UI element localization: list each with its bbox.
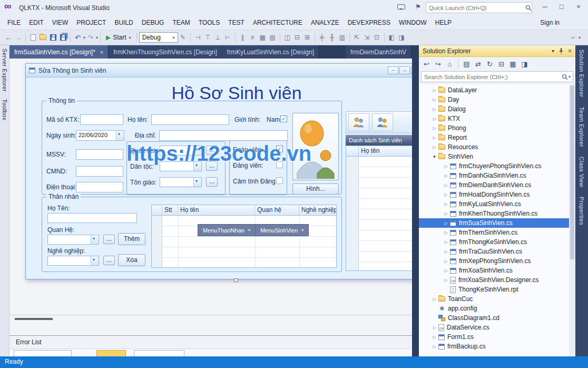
family-grid-body[interactable]: [152, 216, 336, 267]
add-student-button[interactable]: [372, 113, 393, 131]
expander-icon[interactable]: ▷: [430, 344, 438, 349]
navigate-back-icon[interactable]: ←: [3, 32, 13, 43]
browse-quan-he-button[interactable]: ...: [103, 235, 115, 244]
tree-item-ToanCuc[interactable]: ▷ToanCuc: [419, 294, 569, 304]
tree-scrollbar-thumb[interactable]: [570, 85, 574, 259]
them-button[interactable]: Thêm: [118, 233, 145, 245]
menu-analyze[interactable]: ANALYZE: [307, 19, 344, 26]
menu-file[interactable]: FILE: [3, 19, 25, 26]
form-minimize-button[interactable]: ─: [388, 66, 398, 74]
maximize-button[interactable]: □: [553, 0, 570, 14]
make-same-size-icon[interactable]: ▦: [258, 32, 268, 43]
combo-dropdown-icon[interactable]: [193, 178, 201, 187]
datepicker-dropdown-icon[interactable]: [116, 131, 124, 140]
expander-icon[interactable]: ▷: [430, 107, 438, 112]
search-options-icon[interactable]: ▾: [569, 74, 571, 79]
error-filter-dropdown[interactable]: [14, 350, 72, 356]
browse-dan-toc-button[interactable]: ...: [206, 161, 218, 171]
home-icon[interactable]: ⌂: [444, 60, 455, 68]
browse-nghe-nghiep-button[interactable]: ...: [103, 256, 115, 265]
save-all-icon[interactable]: [58, 32, 68, 43]
dock-right-icon[interactable]: ⇲: [362, 32, 372, 43]
tree-item-frmXoaSinhVien-Designer[interactable]: ▷frmXoaSinhVien.Designer.cs: [419, 275, 569, 285]
quick-launch-box[interactable]: [426, 2, 532, 13]
menu-debug[interactable]: DEBUG: [138, 19, 169, 26]
menu-tools[interactable]: TOOLS: [194, 19, 224, 26]
expander-icon[interactable]: ▷: [442, 278, 450, 283]
menu-edit[interactable]: EDIT: [25, 19, 47, 26]
redo-icon[interactable]: ↷: [85, 32, 95, 43]
form-close-button[interactable]: ×: [411, 66, 412, 74]
refresh-icon[interactable]: ↻: [484, 60, 495, 68]
menu-view[interactable]: VIEW: [48, 19, 73, 26]
navigate-forward-icon[interactable]: →: [13, 32, 23, 43]
expander-icon[interactable]: ▷: [430, 88, 438, 93]
send-to-back-icon[interactable]: ⊞: [302, 32, 312, 43]
quick-find-icon[interactable]: ✎: [178, 32, 188, 43]
menu-architecture[interactable]: ARCHITECTURE: [249, 19, 307, 26]
tree-item-frmThemSinhVien[interactable]: ▷frmThemSinhVien.cs: [419, 228, 569, 237]
datepicker-ngay-sinh[interactable]: 22/06/2020: [76, 130, 124, 141]
tree-item-Resources[interactable]: ▷Resources: [419, 142, 569, 152]
close-panel-icon[interactable]: ×: [568, 47, 572, 55]
expander-icon[interactable]: ▷: [430, 325, 438, 330]
combo-quan-he[interactable]: [47, 235, 99, 245]
tree-item-Dialog[interactable]: ▷Dialog: [419, 104, 569, 114]
expander-icon[interactable]: ▷: [442, 249, 450, 254]
class-view-side-tab[interactable]: Class View: [579, 157, 585, 187]
vertical-spacing-icon[interactable]: ◫: [282, 32, 292, 43]
server-explorer-tab[interactable]: Server Explorer: [2, 49, 8, 92]
expander-icon[interactable]: ▷: [442, 230, 450, 235]
feedback-bubble-icon[interactable]: [397, 4, 405, 9]
expander-icon[interactable]: ▷: [442, 211, 450, 216]
tree-item-frmChuyenPhongSinhVien[interactable]: ▷frmChuyenPhongSinhVien.cs: [419, 161, 569, 171]
expander-icon[interactable]: ▷: [442, 202, 450, 207]
forward-icon[interactable]: ↪: [433, 60, 444, 68]
checkbox-doan-vien[interactable]: ✓: [276, 146, 283, 152]
designed-form-titlebar[interactable]: Sửa Thông tin Sinh viên ─ □ ×: [26, 64, 412, 78]
combo-dropdown-icon[interactable]: [91, 235, 99, 244]
tree-item-frmDiemDanhSinhVien[interactable]: ▷frmDiemDanhSinhVien.cs: [419, 180, 569, 190]
xoa-button[interactable]: Xóa: [118, 254, 145, 266]
sync-with-active-document-icon[interactable]: ⇄: [473, 60, 484, 68]
input-ho-ten[interactable]: [151, 114, 229, 125]
tree-item-frmSuaSinhVien[interactable]: ▷frmSuaSinhVien.cs: [419, 218, 569, 228]
solution-search-box[interactable]: ▾: [421, 71, 573, 82]
make-same-width-icon[interactable]: ∥: [238, 32, 248, 43]
horizontal-spacing-icon[interactable]: ▤: [268, 32, 278, 43]
bring-to-front-icon[interactable]: ⊟: [292, 32, 302, 43]
forms-designer-surface[interactable]: Sửa Thông tin Sinh viên ─ □ × Hồ Sơ Sinh…: [9, 59, 412, 335]
solution-explorer-side-tab[interactable]: Solution Explorer: [579, 50, 585, 98]
input-mssv[interactable]: [76, 149, 123, 160]
tree-item-frmBackup[interactable]: ▷frmBackup.cs: [419, 342, 569, 351]
input-ma-so-ktx[interactable]: [80, 114, 123, 125]
tree-item-Report[interactable]: ▷Report: [419, 133, 569, 142]
warning-filter-dropdown[interactable]: [134, 350, 184, 356]
browse-ton-giao-button[interactable]: ...: [206, 177, 218, 187]
combo-ton-giao[interactable]: [160, 177, 202, 187]
tree-item-DataLayer[interactable]: ▷DataLayer: [419, 85, 569, 95]
tab-close-icon[interactable]: ×: [100, 49, 103, 55]
menu-project[interactable]: PROJECT: [72, 19, 110, 26]
menu-test[interactable]: TEST: [224, 19, 249, 26]
back-icon[interactable]: ↩: [421, 60, 432, 68]
toolbox-tab[interactable]: Toolbox: [2, 99, 8, 121]
designer-scroll-thumb[interactable]: [15, 318, 53, 320]
window-position-icon[interactable]: ▾: [552, 48, 554, 54]
expander-icon[interactable]: ▷: [442, 192, 450, 197]
solution-configuration-dropdown[interactable]: Debug ▾: [139, 32, 178, 43]
expander-icon[interactable]: ▷: [442, 268, 450, 273]
expander-icon[interactable]: ▷: [430, 126, 438, 131]
align-top-icon[interactable]: ⊤: [203, 32, 213, 43]
checkbox-dang-vien[interactable]: [276, 161, 283, 168]
tree-item-DataService[interactable]: ▷DataService.cs: [419, 323, 569, 332]
tree-item-SinhVien[interactable]: ▼SinhVien: [419, 152, 569, 161]
expander-icon[interactable]: ▷: [430, 335, 438, 340]
checkbox-cam-tinh-dang[interactable]: [276, 177, 283, 184]
menu-sinh-vien-item[interactable]: MenuSinhVien ▾: [256, 225, 308, 236]
form-maximize-button[interactable]: □: [399, 66, 410, 74]
combo-quoc-tich[interactable]: [160, 146, 202, 156]
student-list-grid[interactable]: Họ tên: [346, 146, 412, 271]
browse-quoc-tich-button[interactable]: ...: [206, 146, 218, 155]
family-grid[interactable]: Stt Họ tên Quan hệ Nghề nghiệp: [151, 205, 337, 268]
